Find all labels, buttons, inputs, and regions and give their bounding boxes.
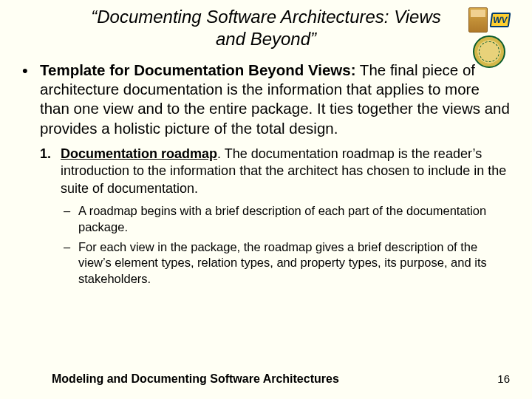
footer: Modeling and Documenting Software Archit… xyxy=(52,372,510,386)
bullet-marker: • xyxy=(22,63,40,79)
slide-title: “Documenting Software Architectures: Vie… xyxy=(22,6,510,50)
numbered-index: 1. xyxy=(40,146,61,163)
book-icon xyxy=(468,7,488,33)
bullet-item: •Template for Documentation Beyond Views… xyxy=(40,61,510,138)
dash-marker: – xyxy=(64,203,78,219)
body-list: •Template for Documentation Beyond Views… xyxy=(22,61,510,138)
logo-cluster: WV xyxy=(468,6,510,68)
slide: “Documenting Software Architectures: Vie… xyxy=(0,0,532,399)
page-number: 16 xyxy=(497,372,510,385)
footer-title: Modeling and Documenting Software Archit… xyxy=(52,372,339,386)
title-row: “Documenting Software Architectures: Vie… xyxy=(22,6,510,50)
numbered-lead: Documentation roadmap xyxy=(61,146,217,161)
numbered-item: 1.Documentation roadmap. The documentati… xyxy=(61,146,510,197)
dash-list: –A roadmap begins with a brief descripti… xyxy=(22,203,510,287)
numbered-list: 1.Documentation roadmap. The documentati… xyxy=(22,146,510,197)
dash-item-1: –A roadmap begins with a brief descripti… xyxy=(78,203,502,235)
dash-text-2: For each view in the package, the roadma… xyxy=(78,240,487,285)
wv-logo: WV xyxy=(490,13,511,27)
bullet-lead: Template for Documentation Beyond Views: xyxy=(40,61,356,78)
dash-item-2: –For each view in the package, the roadm… xyxy=(78,239,502,287)
university-seal-icon xyxy=(473,35,505,68)
dash-text-1: A roadmap begins with a brief descriptio… xyxy=(78,204,486,233)
dash-marker: – xyxy=(64,239,78,255)
logo-top-row: WV xyxy=(468,6,510,34)
